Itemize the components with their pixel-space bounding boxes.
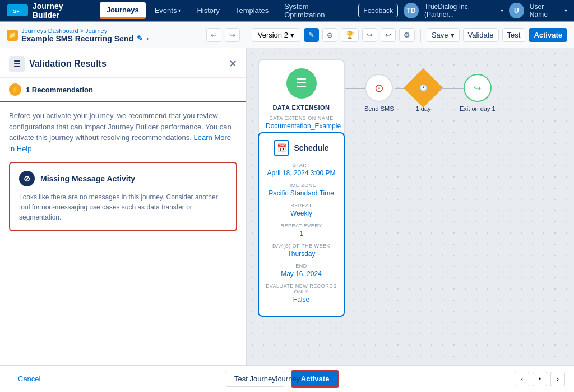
footer: Cancel Journey Test Journey Activate ‹ •… [0, 365, 574, 392]
page-dot-button[interactable]: • [533, 372, 547, 386]
app-logo: SF [7, 4, 28, 16]
schedule-card[interactable]: 📅 Schedule START April 18, 2024 3:00 PM … [258, 132, 345, 317]
pencil-tool-button[interactable]: ✎ [304, 28, 319, 42]
send-sms-label: Send SMS [364, 105, 394, 112]
toolbar-separator [246, 29, 246, 42]
warning-title-text: Missing Message Activity [40, 174, 135, 183]
account-label: TrueDialog Inc. (Partner... [424, 3, 498, 18]
breadcrumb-area: Journeys Dashboard > Journey Example SMS… [21, 27, 149, 43]
top-navigation: SF Journey Builder Journeys Events ▾ His… [0, 0, 574, 22]
exit-source-button[interactable]: ↩ [381, 28, 396, 42]
day-diamond-icon: 🕐 [404, 68, 443, 108]
warning-icon: ⊘ [19, 171, 35, 186]
panel-body: Before you activate your journey, we rec… [0, 102, 246, 162]
canvas-area[interactable]: ☰ DATA EXTENSION DATA EXTENSION NAME Doc… [247, 48, 574, 365]
schedule-calendar-icon: 📅 [274, 140, 289, 156]
start-value: April 18, 2024 3:00 PM [266, 169, 337, 177]
nav-item-system-optimization[interactable]: System Optimization [277, 0, 356, 22]
end-value: May 16, 2024 [266, 270, 337, 278]
app-title: Journey Builder [33, 2, 91, 20]
page-prev-button[interactable]: ‹ [515, 372, 529, 386]
entry-source-button[interactable]: ↪ [362, 28, 377, 42]
days-label: DAY(S) OF THE WEEK [266, 243, 337, 249]
validation-icon: ☰ [9, 56, 25, 72]
svg-text:SF: SF [13, 8, 20, 14]
nav-item-events[interactable]: Events ▾ [148, 3, 188, 18]
settings-button[interactable]: ⚙ [399, 28, 415, 42]
warning-title: ⊘ Missing Message Activity [19, 171, 227, 186]
de-name-value: Documentation_Example [266, 122, 337, 130]
schedule-header: 📅 Schedule [266, 140, 337, 156]
send-sms-node[interactable]: ⊙ Send SMS [364, 74, 394, 112]
toolbar: 📁 Journeys Dashboard > Journey Example S… [0, 22, 574, 48]
breadcrumb-icon: 📁 [7, 30, 18, 41]
schedule-title-text: Schedule [294, 143, 328, 152]
user-dropdown[interactable]: User Name ▾ [530, 3, 567, 18]
panel-title: ☰ Validation Results [9, 56, 107, 72]
breadcrumb-title: Example SMS Recurring Send ✎ › [21, 34, 149, 43]
save-label: Save [432, 31, 448, 39]
nav-item-templates[interactable]: Templates [229, 3, 275, 18]
days-value: Thursday [266, 250, 337, 258]
trophy-icon-button[interactable]: 🏆 [341, 28, 359, 42]
activate-toolbar-button[interactable]: Activate [529, 28, 567, 42]
evaluate-label: EVALUATE NEW RECORDS ONLY [266, 283, 337, 295]
warning-body-text: Looks like there are no messages in this… [19, 192, 227, 222]
account-avatar: TD [404, 3, 419, 18]
account-chevron-icon: ▾ [501, 7, 503, 13]
close-panel-button[interactable]: ✕ [229, 59, 237, 69]
main-area: ☰ Validation Results ✕ ⚡ 1 Recommendatio… [0, 48, 574, 365]
toolbar-separator-2 [420, 29, 421, 42]
warning-card: ⊘ Missing Message Activity Looks like th… [9, 162, 237, 231]
breadcrumb-forward-icon: › [146, 34, 149, 43]
user-avatar: U [509, 3, 524, 18]
timezone-label: TIME ZONE [266, 183, 337, 188]
day-node[interactable]: 🕐 1 day [409, 74, 437, 112]
page-next-button[interactable]: › [550, 372, 565, 386]
nav-item-history[interactable]: History [190, 3, 226, 18]
validation-title-text: Validation Results [29, 59, 107, 69]
version-chevron-icon: ▾ [290, 31, 294, 39]
test-button[interactable]: Test [502, 28, 526, 42]
breadcrumb-parent[interactable]: Journeys Dashboard > Journey [21, 27, 149, 34]
save-chevron-icon: ▾ [451, 31, 455, 39]
validation-panel: ☰ Validation Results ✕ ⚡ 1 Recommendatio… [0, 48, 247, 365]
panel-header: ☰ Validation Results ✕ [0, 48, 246, 78]
recommendation-badge: ⚡ 1 Recommendation [0, 78, 246, 102]
exit-node[interactable]: ↪ Exit on day 1 [460, 74, 496, 112]
de-name-label: DATA EXTENSION NAME [266, 115, 337, 121]
account-dropdown[interactable]: TrueDialog Inc. (Partner... ▾ [424, 3, 503, 18]
repeat-every-label: REPEAT EVERY [266, 223, 337, 228]
exit-node-label: Exit on day 1 [460, 105, 496, 112]
validate-button[interactable]: Validate [463, 28, 499, 42]
start-label: START [266, 162, 337, 168]
redo-button[interactable]: ↪ [225, 28, 240, 42]
journey-footer-label: Journey [274, 375, 300, 383]
undo-button[interactable]: ↩ [206, 28, 221, 42]
version-label: Version 2 [258, 31, 288, 39]
recommendation-icon: ⚡ [9, 83, 21, 96]
cancel-button[interactable]: Cancel [9, 371, 49, 386]
exit-circle-icon: ↪ [464, 74, 492, 102]
evaluate-value: False [266, 296, 337, 304]
sms-circle-icon: ⊙ [365, 74, 393, 102]
data-extension-title: DATA EXTENSION [266, 104, 337, 111]
user-chevron-icon: ▾ [564, 7, 567, 13]
recommendation-count: 1 Recommendation [26, 86, 93, 94]
edit-title-icon[interactable]: ✎ [137, 34, 143, 43]
end-label: END [266, 263, 337, 269]
nav-item-journeys[interactable]: Journeys [100, 2, 146, 19]
save-button[interactable]: Save ▾ [427, 28, 460, 42]
repeat-label: REPEAT [266, 203, 337, 208]
data-extension-icon: ☰ [286, 68, 317, 99]
repeat-every-value: 1 [266, 230, 337, 237]
pagination-controls: ‹ • › [515, 372, 565, 386]
version-dropdown[interactable]: Version 2 ▾ [252, 28, 300, 42]
feedback-button[interactable]: Feedback [358, 4, 398, 17]
repeat-value: Weekly [266, 209, 337, 217]
user-label: User Name [530, 3, 562, 18]
pointer-tool-button[interactable]: ⊕ [322, 28, 337, 42]
events-chevron-icon: ▾ [178, 7, 181, 13]
timezone-value: Pacific Standard Time [266, 189, 337, 197]
